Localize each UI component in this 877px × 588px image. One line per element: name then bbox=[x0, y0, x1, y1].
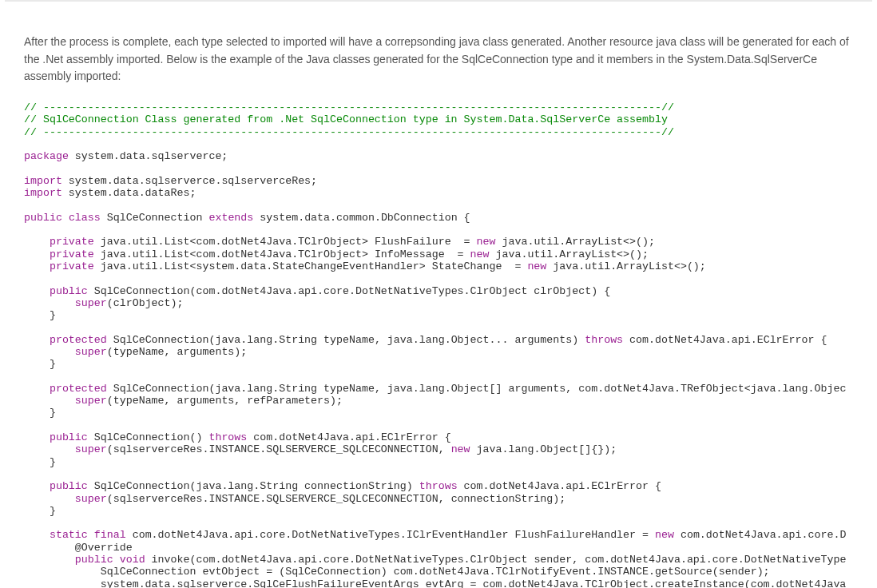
code-text: system.data.sqlserverce; bbox=[69, 150, 228, 162]
code-text: SqlCeConnection(java.lang.String connect… bbox=[88, 480, 419, 492]
code-kw: throws bbox=[585, 334, 623, 346]
code-line: } bbox=[24, 358, 56, 370]
code-kw: package bbox=[24, 150, 69, 162]
code-indent bbox=[24, 346, 75, 358]
code-line: system.data.sqlserverce.SqlCeFlushFailur… bbox=[24, 578, 846, 588]
code-kw: super bbox=[75, 395, 107, 407]
code-text: SqlCeConnection(java.lang.String typeNam… bbox=[107, 383, 847, 395]
code-text: java.util.ArrayList<>(); bbox=[496, 236, 656, 248]
code-text: com.dotNet4Java.api.core.DotNetNativeTyp… bbox=[126, 529, 655, 541]
code-indent bbox=[24, 431, 50, 443]
code-kw: private bbox=[50, 248, 94, 260]
code-kw: new bbox=[477, 236, 496, 248]
code-indent bbox=[24, 248, 50, 260]
code-indent bbox=[24, 443, 75, 455]
code-text: (typeName, arguments, refParameters); bbox=[107, 395, 343, 407]
code-text: com.dotNet4Java.api.EClrError { bbox=[247, 431, 450, 443]
code-kw: public bbox=[75, 554, 113, 566]
code-kw: static bbox=[50, 529, 88, 541]
code-kw: public bbox=[50, 285, 88, 297]
code-indent bbox=[24, 285, 50, 297]
code-kw: void bbox=[120, 554, 145, 566]
code-line: @Override bbox=[24, 542, 133, 554]
code-text: java.util.List<system.data.StateChangeEv… bbox=[94, 260, 528, 272]
code-text: java.lang.Object[]{}); bbox=[470, 443, 617, 455]
code-indent bbox=[24, 260, 50, 272]
code-line: } bbox=[24, 309, 56, 321]
code-text: (sqlserverceRes.INSTANCE.SQLSERVERCE_SQL… bbox=[107, 443, 451, 455]
code-kw: new bbox=[527, 260, 546, 272]
code-kw: import bbox=[24, 187, 62, 199]
code-text: java.util.List<com.dotNet4Java.TClrObjec… bbox=[94, 248, 470, 260]
code-line: } bbox=[24, 407, 56, 419]
code-kw: super bbox=[75, 297, 107, 309]
code-line: } bbox=[24, 456, 56, 468]
code-kw: new bbox=[451, 443, 470, 455]
code-kw: public bbox=[24, 212, 62, 224]
code-text: SqlCeConnection(java.lang.String typeNam… bbox=[107, 334, 585, 346]
code-kw: throws bbox=[419, 480, 458, 492]
code-kw: extends bbox=[208, 212, 253, 224]
code-text: system.data.common.DbConnection { bbox=[253, 212, 470, 224]
code-indent bbox=[24, 554, 75, 566]
code-text: java.util.List<com.dotNet4Java.TClrObjec… bbox=[94, 236, 477, 248]
code-indent bbox=[24, 383, 50, 395]
code-indent bbox=[24, 236, 50, 248]
code-text: system.data.sqlserverce.sqlserverceRes; bbox=[62, 175, 317, 187]
code-kw: public bbox=[50, 480, 88, 492]
code-text: com.dotNet4Java.api.EClrError { bbox=[458, 480, 661, 492]
code-indent bbox=[24, 493, 75, 505]
code-kw: private bbox=[50, 260, 94, 272]
code-kw: protected bbox=[50, 383, 107, 395]
code-kw: private bbox=[50, 236, 94, 248]
code-text: SqlCeConnection(com.dotNet4Java.api.core… bbox=[88, 285, 610, 297]
code-kw: class bbox=[69, 212, 101, 224]
code-indent bbox=[24, 529, 50, 541]
code-text: java.util.ArrayList<>(); bbox=[546, 260, 706, 272]
code-kw: new bbox=[655, 529, 674, 541]
code-text: (sqlserverceRes.INSTANCE.SQLSERVERCE_SQL… bbox=[107, 493, 566, 505]
code-scroll-container[interactable]: // -------------------------------------… bbox=[24, 101, 853, 588]
code-text: com.dotNet4Java.api.core.D bbox=[674, 529, 846, 541]
code-kw: protected bbox=[50, 334, 107, 346]
code-text: (clrObject); bbox=[107, 297, 184, 309]
code-text: invoke(com.dotNet4Java.api.core.DotNetNa… bbox=[145, 554, 847, 566]
code-block: // -------------------------------------… bbox=[24, 101, 853, 588]
code-kw: final bbox=[94, 529, 126, 541]
code-kw: super bbox=[75, 346, 107, 358]
code-indent bbox=[24, 297, 75, 309]
code-text: java.util.ArrayList<>(); bbox=[490, 248, 649, 260]
code-kw: public bbox=[50, 431, 88, 443]
code-text: system.data.dataRes; bbox=[62, 187, 196, 199]
code-text: (typeName, arguments); bbox=[107, 346, 248, 358]
code-line: } bbox=[24, 505, 56, 517]
code-text: com.dotNet4Java.api.EClrError { bbox=[623, 334, 827, 346]
code-text: SqlCeConnection bbox=[101, 212, 209, 224]
code-line: // -------------------------------------… bbox=[24, 126, 674, 138]
code-line: SqlCeConnection evtObject = (SqlCeConnec… bbox=[24, 566, 770, 578]
code-indent bbox=[24, 395, 75, 407]
code-kw: new bbox=[470, 248, 490, 260]
code-kw: import bbox=[24, 175, 62, 187]
code-text: SqlCeConnection() bbox=[88, 431, 209, 443]
code-kw: throws bbox=[208, 431, 247, 443]
code-kw: super bbox=[75, 493, 107, 505]
code-indent bbox=[24, 480, 50, 492]
code-line: // -------------------------------------… bbox=[24, 101, 674, 113]
code-line: // SqlCeConnection Class generated from … bbox=[24, 113, 668, 125]
intro-paragraph: After the process is complete, each type… bbox=[0, 2, 877, 101]
code-kw: super bbox=[75, 443, 107, 455]
code-indent bbox=[24, 334, 50, 346]
